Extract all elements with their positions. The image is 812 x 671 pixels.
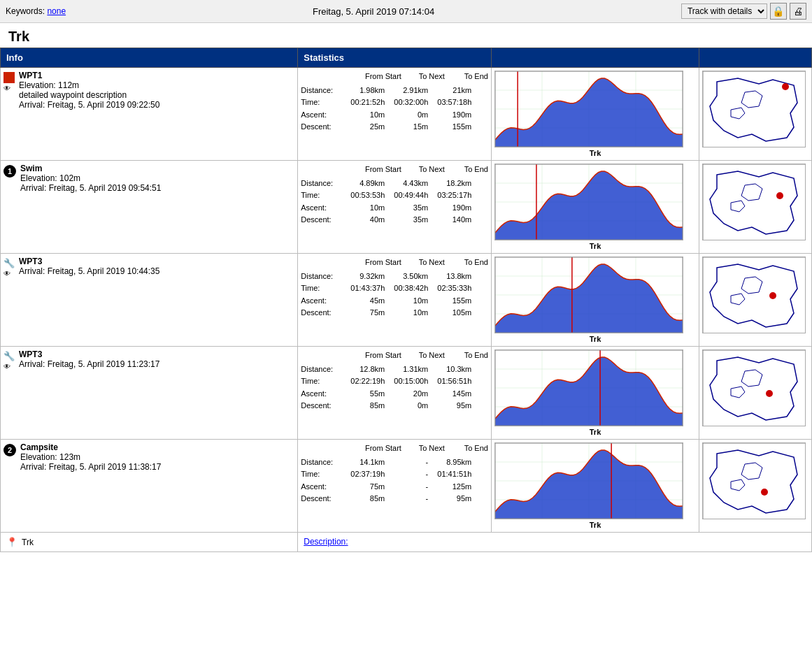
svg-point-24 [776,192,783,199]
info-cell: 🔧 👁 WPT3 Arrival: Freitag, 5. April 2019… [1,347,298,440]
description-link[interactable]: Description: [304,537,348,547]
from-start-header: From Start [358,349,401,362]
stat-to-next: - [385,493,428,505]
elevation-chart [494,71,683,147]
stat-from: 75m [341,481,385,493]
track-map [702,442,806,519]
from-start-header: From Start [358,257,401,269]
print-button[interactable]: 🖨 [790,3,806,20]
stat-from: 00:53:53h [341,189,385,202]
stat-to-end: 125m [428,481,471,493]
keywords: Keywords: none [6,6,66,16]
stat-to-next: 35m [385,214,428,226]
lock-button[interactable]: 🔒 [770,3,787,20]
elevation-chart [494,257,683,333]
stat-label: Ascent: [301,388,341,401]
stat-to-next: 00:38:42h [385,282,428,295]
wpt-details: Campsite Elevation: 123m Arrival: Freita… [20,442,161,472]
stat-to-end: 190m [428,109,471,122]
wpt-elevation: Elevation: 112m [19,80,159,90]
table-header-row: Info Statistics [1,48,812,68]
stat-to-next: 00:49:44h [385,189,428,202]
stat-to-next: 10m [385,307,428,319]
stat-to-end: 155m [428,295,471,308]
stat-to-end: 95m [428,493,471,505]
wpt-name: WPT3 [19,349,159,359]
stat-to-next: - [385,468,428,481]
to-next-header: To Next [401,257,445,269]
to-next-header: To Next [401,442,445,455]
wpt-number-icon: 2 [3,444,16,456]
wpt-arrival: Arrival: Freitag, 5. April 2019 09:54:51 [20,183,161,193]
chart-label: Trk [494,428,696,436]
stat-to-end: 01:41:51h [428,468,471,481]
pin-icon: 📍 [6,537,17,547]
map-cell [699,68,812,161]
stat-to-end: 155m [428,121,471,134]
from-start-header: From Start [358,442,401,455]
track-map [702,257,806,333]
stat-to-end: 03:57:18h [428,96,471,109]
to-next-header: To Next [401,349,445,362]
stat-label: Time: [301,96,341,109]
header-statistics: Statistics [298,48,492,68]
stat-to-next: 00:32:00h [385,96,428,109]
stat-from: 01:43:37h [341,282,385,295]
map-cell [699,254,812,347]
stat-from: 10m [341,202,385,215]
stat-from: 10m [341,109,385,122]
datetime: Freitag, 5. April 2019 07:14:04 [313,6,434,17]
tools-icon: 🔧 [3,258,15,268]
stat-from: 9.32km [341,270,385,283]
top-right-controls: Track with details Track only Track with… [681,3,806,20]
stat-to-end: 105m [428,307,471,319]
table-body: 👁 WPT1 Elevation: 112m detailed waypoint… [1,68,812,552]
stat-from: 40m [341,214,385,226]
stat-label: Ascent: [301,202,341,215]
chart-label: Trk [494,149,696,157]
wpt-details: WPT3 Arrival: Freitag, 5. April 2019 10:… [19,257,159,276]
stat-label: Distance: [301,456,341,469]
stat-from: 1.98km [341,85,385,97]
wpt-description: detailed waypoint description [19,90,159,100]
stat-to-next: - [385,481,428,493]
stat-from: 12.8km [341,363,385,376]
stat-label: Time: [301,375,341,388]
stat-label: Time: [301,189,341,202]
header-info: Info [1,48,298,68]
stat-from: 02:22:19h [341,375,385,388]
wpt-arrival: Arrival: Freitag, 5. April 2019 10:44:35 [19,266,159,276]
page-title: Trk [0,23,812,48]
keywords-label: Keywords: [6,6,45,16]
stat-from: 55m [341,388,385,401]
track-map [702,71,806,147]
stat-label: Distance: [301,270,341,283]
top-bar: Keywords: none Freitag, 5. April 2019 07… [0,0,812,23]
elevation-chart [494,349,683,426]
stat-to-end: 01:56:51h [428,375,471,388]
eye-icon2: 👁 [3,270,15,277]
stat-label: Ascent: [301,295,341,308]
wpt-details: WPT3 Arrival: Freitag, 5. April 2019 11:… [19,349,159,369]
from-start-header: From Start [358,71,401,83]
stat-to-end: 95m [428,400,471,412]
info-cell: 👁 WPT1 Elevation: 112m detailed waypoint… [1,68,298,161]
stat-to-next: 1.31km [385,363,428,376]
wpt-name: Campsite [20,442,161,452]
stat-from: 4.89km [341,178,385,190]
stat-to-next: 0m [385,109,428,122]
header-map [699,48,812,68]
chart-label: Trk [494,521,696,529]
track-select[interactable]: Track with details Track only Track with… [681,3,767,19]
stat-from: 14.1km [341,456,385,469]
wpt-arrival: Arrival: Freitag, 5. April 2019 11:23:17 [19,359,159,369]
stat-to-next: 35m [385,202,428,215]
stat-from: 00:21:52h [341,96,385,109]
stat-from: 02:37:19h [341,468,385,481]
tools-icon: 🔧 [3,351,15,361]
keywords-link[interactable]: none [47,6,66,16]
stat-label: Ascent: [301,109,341,122]
wpt-number-icon: 1 [3,165,16,178]
svg-point-37 [769,292,776,299]
svg-point-50 [766,390,773,397]
